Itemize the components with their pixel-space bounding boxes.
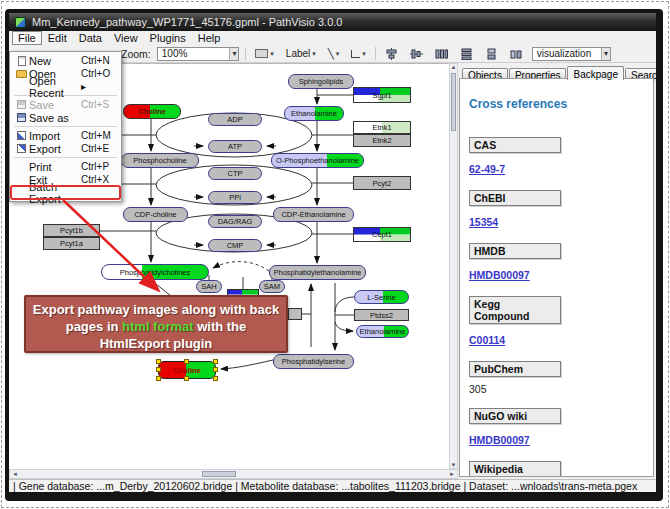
title-bar[interactable]: Mm_Kennedy_pathway_WP1771_45176.gpml - P… xyxy=(9,13,656,31)
cross-references-heading: Cross references xyxy=(469,97,653,111)
menu-item-save[interactable]: SaveCtrl+S xyxy=(11,98,120,111)
backpage-content[interactable]: Cross references CAS62-49-7ChEBI15354HMD… xyxy=(459,78,654,477)
node-dag-rag[interactable]: DAG/RAG xyxy=(208,215,262,228)
export-icon xyxy=(14,144,29,153)
node-o-phosphoethanolamine[interactable]: O-Phosphoethanolamine xyxy=(271,153,364,168)
node-label: PPi xyxy=(229,193,241,202)
menu-help[interactable]: Help xyxy=(192,32,227,44)
selection-handle[interactable] xyxy=(213,376,218,381)
menu-item-import[interactable]: ImportCtrl+M xyxy=(11,129,120,142)
menu-view[interactable]: View xyxy=(108,32,144,44)
node-cmp[interactable]: CMP xyxy=(208,239,262,252)
menu-item-label: Save xyxy=(29,99,81,111)
selection-handle[interactable] xyxy=(184,359,189,364)
node-label: ATP xyxy=(228,142,242,151)
node-sam[interactable]: SAM xyxy=(259,280,285,293)
menu-data[interactable]: Data xyxy=(73,32,108,44)
selection-handle[interactable] xyxy=(184,376,189,381)
node-choline-selected[interactable]: Choline xyxy=(158,361,216,379)
xref-link[interactable]: HMDB00097 xyxy=(469,269,530,281)
line-tool-button[interactable]: ╲▾ xyxy=(325,46,343,61)
node-cdp-choline[interactable]: CDP-choline xyxy=(123,207,188,222)
node-cept1[interactable]: Cept1 xyxy=(353,227,411,242)
scroll-up-icon[interactable]: ▲ xyxy=(450,64,457,70)
node-label: L-Serine xyxy=(367,293,395,302)
canvas-vertical-scrollbar[interactable]: ▲ ▼ xyxy=(449,63,458,469)
gene-box-partial[interactable] xyxy=(288,308,302,320)
menu-shortcut: Ctrl+P xyxy=(81,161,117,172)
selection-handle[interactable] xyxy=(213,359,218,364)
scroll-right-icon[interactable]: ► xyxy=(449,471,455,477)
scroll-left-icon[interactable]: ◄ xyxy=(12,471,18,477)
node-pcyt2[interactable]: Pcyt2 xyxy=(353,176,411,190)
selection-handle[interactable] xyxy=(213,367,218,372)
xref-section-cas: CAS62-49-7 xyxy=(469,137,653,177)
stack-horizontal-button[interactable] xyxy=(507,46,526,61)
node-pcyt1a[interactable]: Pcyt1a xyxy=(43,237,100,250)
node-ethanolamine-bottom[interactable]: Ethanolamine xyxy=(356,325,409,338)
xref-section-hmdb: HMDBHMDB00097 xyxy=(469,243,653,283)
xref-link[interactable]: HMDB00097 xyxy=(469,434,530,446)
node-adp[interactable]: ADP xyxy=(208,113,262,126)
menu-item-export[interactable]: ExportCtrl+E xyxy=(11,142,120,155)
menu-item-batch-export[interactable]: Batch Export xyxy=(11,186,120,199)
selection-handle[interactable] xyxy=(156,376,161,381)
zoom-combobox[interactable]: 100% ▾ xyxy=(157,47,240,61)
menu-item-print[interactable]: PrintCtrl+P xyxy=(11,160,120,173)
menu-item-new[interactable]: NewCtrl+N xyxy=(11,54,120,67)
node-phosphocholine[interactable]: Phosphocholine xyxy=(121,153,199,168)
selection-handle[interactable] xyxy=(156,359,161,364)
node-l-serine[interactable]: L-Serine xyxy=(354,290,409,304)
visualization-combobox[interactable]: visualization ▾ xyxy=(532,47,611,61)
xref-link[interactable]: 62-49-7 xyxy=(469,163,505,175)
datanode-tool-button[interactable]: ▾ xyxy=(252,46,277,61)
node-atp[interactable]: ATP xyxy=(208,140,262,153)
menu-plugins[interactable]: Plugins xyxy=(144,32,192,44)
selection-handle[interactable] xyxy=(156,367,161,372)
node-pcyt1b[interactable]: Pcyt1b xyxy=(43,224,100,237)
node-label: CTP xyxy=(228,169,243,178)
node-cdp-ethanolamine[interactable]: CDP-Ethanolamine xyxy=(273,207,354,222)
menu-item-open-recent[interactable]: Open Recent▸ xyxy=(11,80,120,93)
xref-title: ChEBI xyxy=(469,190,561,206)
distribute-horizontal-button[interactable] xyxy=(432,46,451,61)
node-etnk1[interactable]: Etnk1 xyxy=(353,121,411,134)
node-ethanolamine-top[interactable]: Ethanolamine xyxy=(284,106,344,121)
chevron-down-icon[interactable]: ▾ xyxy=(229,48,238,60)
align-center-y-button[interactable] xyxy=(407,46,426,61)
align-center-x-button[interactable] xyxy=(382,46,401,61)
node-sgpl1[interactable]: Sgpl1 xyxy=(353,87,411,103)
menu-item-label: Batch Export xyxy=(29,181,81,205)
label-tool-button[interactable]: Label▾ xyxy=(283,46,319,61)
connector-tool-button[interactable]: ▾ xyxy=(348,46,369,61)
node-phosphatidylcholines[interactable]: Phosphatidylcholines xyxy=(101,264,209,280)
menu-bar: File Edit Data View Plugins Help xyxy=(9,31,656,45)
menu-file[interactable]: File xyxy=(12,31,42,45)
tab-backpage[interactable]: Backpage xyxy=(567,66,623,80)
node-etnk2[interactable]: Etnk2 xyxy=(353,134,411,147)
node-phosphatidylethanolamine[interactable]: Phosphatidylethanolamine xyxy=(269,265,366,280)
node-label: CMP xyxy=(227,241,244,250)
node-ppi[interactable]: PPi xyxy=(208,191,262,204)
import-icon xyxy=(14,131,29,140)
menu-item-save-as[interactable]: Save as xyxy=(11,111,120,124)
node-label: Cept1 xyxy=(372,230,392,239)
node-ctp[interactable]: CTP xyxy=(208,167,262,180)
node-sphingolipids[interactable]: Sphingolipids xyxy=(288,74,354,89)
scroll-down-icon[interactable]: ▼ xyxy=(450,462,457,468)
vertical-scroll-thumb[interactable] xyxy=(451,73,456,131)
menu-edit[interactable]: Edit xyxy=(42,32,73,44)
canvas-horizontal-scrollbar[interactable]: ◄ ► xyxy=(9,469,458,479)
distribute-vertical-button[interactable] xyxy=(457,46,476,61)
xref-link[interactable]: 15354 xyxy=(469,216,498,228)
node-phosphatidylserine[interactable]: Phosphatidylserine xyxy=(273,354,354,369)
node-choline-top[interactable]: Choline xyxy=(123,104,181,119)
xref-link[interactable]: C00114 xyxy=(469,334,505,346)
node-label: SAM xyxy=(264,282,280,291)
horizontal-scroll-thumb[interactable] xyxy=(202,471,236,477)
node-ptdss2[interactable]: Ptdss2 xyxy=(354,309,409,321)
window-title: Mm_Kennedy_pathway_WP1771_45176.gpml - P… xyxy=(32,16,342,28)
chevron-down-icon[interactable]: ▾ xyxy=(601,48,610,60)
node-sah[interactable]: SAH xyxy=(196,280,222,293)
stack-vertical-button[interactable] xyxy=(482,46,501,61)
